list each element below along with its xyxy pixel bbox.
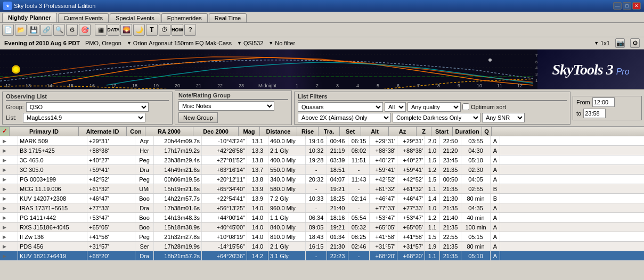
table-cell: 960.0 Mly	[268, 203, 306, 212]
table-cell: 00h06m19.5s	[154, 175, 202, 184]
col-header-alt[interactable]: Alternate ID	[79, 127, 127, 136]
table-cell: +77°33'	[87, 203, 135, 212]
open-button[interactable]: 📂	[15, 24, 27, 36]
table-cell: 80 min	[461, 194, 491, 203]
scale-dropdown[interactable]: ▼ 1x1	[594, 40, 610, 46]
col-header-primary[interactable]: Primary ID	[10, 127, 79, 136]
new-button[interactable]: 📄	[2, 24, 14, 36]
table-cell: 22:23	[327, 251, 348, 260]
how-button[interactable]: HOW	[172, 24, 183, 36]
search-button[interactable]: 🔍	[53, 24, 65, 36]
table-cell: +53°47'	[397, 213, 425, 222]
group-select[interactable]: QSO	[26, 102, 149, 112]
misc-notes-select[interactable]: Misc Notes	[178, 101, 274, 111]
table-cell: 1.1	[425, 223, 440, 232]
col-header-check[interactable]: ✓	[0, 127, 10, 136]
table-cell: 05:32	[348, 223, 370, 232]
table-cell: +31°57'	[397, 242, 425, 251]
tab-special-events[interactable]: Special Events	[110, 13, 160, 22]
col-header-z[interactable]: Z	[417, 127, 431, 136]
svg-text:10: 10	[477, 83, 482, 88]
table-cell: 05:10	[461, 251, 491, 260]
new-group-button[interactable]: New Group	[178, 112, 218, 123]
table-cell: 1.0	[425, 146, 440, 155]
quality-select[interactable]: Any quality	[407, 102, 461, 112]
link-button[interactable]: 🔗	[40, 24, 52, 36]
svg-text:21: 21	[196, 83, 201, 88]
moon-button[interactable]: 🌙	[133, 24, 145, 36]
table-cell: A	[491, 232, 500, 241]
filter-dropdown[interactable]: ▼ No filter	[268, 40, 295, 46]
table-cell: Peg	[135, 175, 154, 184]
darkness-select[interactable]: Complete Darkness Only	[393, 113, 480, 122]
airmass-select[interactable]: Above 2X (Airmass) Only	[298, 113, 391, 122]
table-cell: 04:35	[461, 203, 491, 212]
col-header-set[interactable]: Set	[340, 127, 361, 136]
to-input[interactable]	[583, 109, 606, 118]
col-header-mag[interactable]: Mag	[239, 127, 260, 136]
table-cell: 03:39	[327, 155, 348, 164]
col-header-tra[interactable]: Tra.	[319, 127, 340, 136]
tab-nightly-planner[interactable]: Nightly Planner	[2, 13, 57, 22]
col-header-alt2[interactable]: Alt	[361, 127, 389, 136]
filter-type-select[interactable]: Quasars	[298, 102, 383, 112]
observing-list-title: Observing List	[6, 93, 169, 101]
from-input[interactable]	[592, 97, 615, 107]
svg-text:18: 18	[132, 83, 137, 88]
target-button[interactable]: 🎯	[79, 24, 91, 36]
col-header-dist[interactable]: Distance	[260, 127, 297, 136]
help-button[interactable]: ?	[184, 24, 196, 36]
table-row[interactable]: ▶RXS J15186+4045+65°05'Boo15h18m38.9s+40…	[0, 223, 644, 232]
col-header-rise[interactable]: Rise	[297, 127, 319, 136]
data-button[interactable]: DATA	[108, 24, 119, 36]
table-cell	[9, 155, 18, 164]
table-row[interactable]: ▶B3 1715+425+88°38'Her17h17m19.2s+42°26'…	[0, 146, 644, 155]
table-row[interactable]: ▶MARK 509+29°31'Aqr20h44m09.7s-10°43'24"…	[0, 136, 644, 146]
svg-text:13: 13	[26, 83, 31, 88]
t-button[interactable]: T	[146, 24, 158, 36]
row-indicator: ▶	[0, 232, 9, 241]
table-cell: -	[306, 165, 327, 174]
table-row[interactable]: ▶MCG 11.19.006+61°32'UMi15h19m21.6s+65°3…	[0, 184, 644, 194]
table-cell: MCG 11.19.006	[18, 184, 87, 193]
table-row[interactable]: ▶IRAS 17371+5615+77°33'Dra17h38m01.6s+56…	[0, 203, 644, 213]
minimize-button[interactable]: —	[613, 2, 622, 10]
col-header-dur[interactable]: Duration	[453, 127, 482, 136]
table-row[interactable]: ▶KUV 18217+6419+68°20'Dra18h21m57.2s+64°…	[0, 251, 644, 261]
maximize-button[interactable]: □	[623, 2, 631, 10]
list-select[interactable]: MagLess14.9	[23, 113, 145, 122]
table-row[interactable]: ▶PG 1411+442+53°47'Boo14h13m48.3s+44°00'…	[0, 213, 644, 223]
table-cell: A	[491, 155, 500, 164]
table-row[interactable]: ▶3C 305.0+59°41'Dra14h49m21.6s+63°16'14"…	[0, 165, 644, 175]
snr-select[interactable]: Any SNR	[482, 113, 525, 122]
table-row[interactable]: ▶3C 465.0+40°27'Peg23h38m29.4s+27°01'52"…	[0, 155, 644, 165]
clock-button[interactable]: ⏱	[159, 24, 170, 36]
table-body[interactable]: ▶MARK 509+29°31'Aqr20h44m09.7s-10°43'24"…	[0, 136, 644, 280]
col-header-az[interactable]: Az	[389, 127, 417, 136]
settings-icon[interactable]: ⚙	[630, 38, 640, 48]
table-row[interactable]: ▶PG 0003+199+42°52'Peg00h06m19.5s+20°12'…	[0, 175, 644, 184]
filter-button[interactable]: ⚙	[66, 24, 78, 36]
table-row[interactable]: ▶II Zw 136+41°58'Peg21h32m27.8s+10°08'19…	[0, 232, 644, 242]
optimum-sort-checkbox[interactable]	[462, 103, 469, 110]
camera-dropdown[interactable]: ▼ QSI532	[237, 40, 263, 46]
table-row[interactable]: ▶PDS 456+31°57'Ser17h28m19.9s-14°15'56"1…	[0, 242, 644, 251]
telescope-dropdown[interactable]: ▼ Orion Argonaut 150mm EQ Mak-Cass	[127, 40, 232, 46]
col-header-start[interactable]: Start	[431, 127, 453, 136]
table-row[interactable]: ▶KUV 14207+2308+46°47'Boo14h22m57.7s+22°…	[0, 194, 644, 203]
row-indicator: ▶	[0, 223, 9, 232]
col-header-q[interactable]: Q	[482, 127, 492, 136]
col-header-dec[interactable]: Dec 2000	[193, 127, 239, 136]
col-header-con[interactable]: Con	[127, 127, 145, 136]
tab-ephemerides[interactable]: Ephemerides	[161, 13, 208, 22]
close-button[interactable]: ✕	[632, 2, 641, 10]
table-cell: 02:55	[461, 184, 491, 193]
camera-icon[interactable]: 📷	[615, 38, 625, 48]
col-header-ra[interactable]: RA 2000	[145, 127, 193, 136]
table-button[interactable]: ▦	[95, 24, 107, 36]
image-button[interactable]: 🌄	[120, 24, 132, 36]
tab-real-time[interactable]: Real Time	[209, 13, 247, 22]
all-select[interactable]: All	[385, 102, 406, 112]
save-button[interactable]: 💾	[28, 24, 39, 36]
tab-current-events[interactable]: Current Events	[58, 13, 109, 22]
